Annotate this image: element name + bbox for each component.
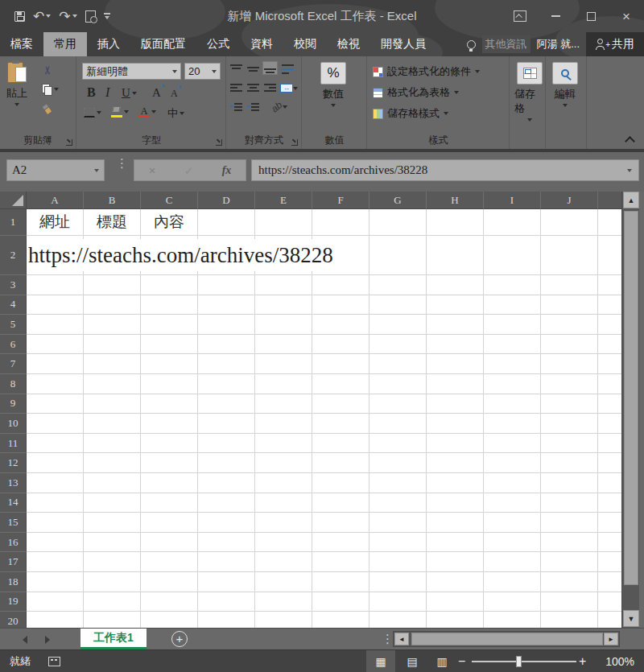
clipboard-dialog-launcher[interactable] (66, 139, 72, 146)
row-header-5[interactable]: 5 (0, 315, 27, 335)
cell-J10[interactable] (541, 414, 598, 434)
cell-H17[interactable] (427, 552, 484, 572)
cell-J1[interactable] (541, 209, 598, 236)
cell-C18[interactable] (141, 572, 198, 592)
cell-K20[interactable] (598, 612, 621, 628)
cell-F9[interactable] (312, 394, 369, 414)
cell-D4[interactable] (198, 295, 255, 315)
cell-I2[interactable] (484, 236, 541, 275)
cell-H10[interactable] (427, 414, 484, 434)
cell-F10[interactable] (312, 414, 369, 434)
format-painter-button[interactable] (43, 105, 52, 115)
cell-K11[interactable] (598, 434, 621, 454)
cell-C16[interactable] (141, 533, 198, 553)
cell-C12[interactable] (141, 453, 198, 473)
cell-D5[interactable] (198, 315, 255, 335)
row-header-2[interactable]: 2 (0, 236, 27, 275)
cell-A4[interactable] (27, 295, 84, 315)
cell-E1[interactable] (255, 209, 312, 236)
horizontal-scrollbar[interactable]: ◄ ► (393, 631, 620, 647)
number-format-button[interactable]: % 數值 (320, 62, 346, 107)
chevron-down-icon[interactable] (475, 70, 480, 73)
cell-A13[interactable] (27, 473, 84, 493)
underline-dropdown-icon[interactable] (132, 92, 137, 95)
cell-H18[interactable] (427, 572, 484, 592)
editing-dropdown-icon[interactable] (563, 104, 568, 107)
cell-B10[interactable] (84, 414, 141, 434)
cell-J5[interactable] (541, 315, 598, 335)
cell-A16[interactable] (27, 533, 84, 553)
horizontal-scroll-thumb[interactable] (411, 633, 603, 645)
cell-D16[interactable] (198, 533, 255, 553)
cell-H1[interactable] (427, 209, 484, 236)
redo-dropdown-icon[interactable] (72, 14, 77, 18)
cell-H13[interactable] (427, 473, 484, 493)
cell-I1[interactable] (484, 209, 541, 236)
cell-G11[interactable] (369, 434, 427, 454)
cell-F3[interactable] (312, 275, 369, 295)
merge-dropdown-icon[interactable] (293, 87, 298, 90)
cell-F1[interactable] (312, 209, 369, 236)
column-header-K[interactable]: K (598, 192, 621, 209)
phonetic-guide-button[interactable]: 中 (167, 106, 184, 121)
cell-I3[interactable] (484, 275, 541, 295)
row-header-18[interactable]: 18 (0, 572, 27, 592)
cell-H12[interactable] (427, 453, 484, 473)
cell-C9[interactable] (141, 394, 198, 414)
zoom-slider-handle[interactable] (516, 656, 522, 667)
cell-A11[interactable] (27, 434, 84, 454)
cell-G6[interactable] (369, 335, 427, 355)
row-header-20[interactable]: 20 (0, 612, 27, 628)
chevron-down-icon[interactable] (454, 91, 459, 94)
column-header-A[interactable]: A (27, 192, 84, 209)
scroll-down-button[interactable]: ▼ (623, 610, 639, 627)
row-header-19[interactable]: 19 (0, 592, 27, 612)
cell-K18[interactable] (598, 572, 621, 592)
cell-styles-button[interactable]: 儲存格樣式 (373, 106, 448, 121)
ribbon-display-options-button[interactable] (502, 0, 538, 32)
cell-H4[interactable] (427, 295, 484, 315)
cell-E14[interactable] (255, 493, 312, 513)
cell-E6[interactable] (255, 335, 312, 355)
cell-B7[interactable] (84, 354, 141, 374)
cell-A9[interactable] (27, 394, 84, 414)
cell-C1[interactable]: 內容 (141, 209, 198, 236)
cell-G8[interactable] (369, 374, 427, 394)
tab-插入[interactable]: 插入 (87, 32, 130, 56)
undo-button[interactable]: ↶ (33, 10, 51, 23)
cell-I12[interactable] (484, 453, 541, 473)
cell-C17[interactable] (141, 552, 198, 572)
cell-F7[interactable] (312, 354, 369, 374)
orientation-button[interactable]: ab (267, 100, 291, 113)
formula-input[interactable]: https://steachs.com/archives/38228 (251, 159, 639, 181)
zoom-level[interactable]: 100% (605, 650, 634, 672)
cell-E8[interactable] (255, 374, 312, 394)
cell-K7[interactable] (598, 354, 621, 374)
cell-D10[interactable] (198, 414, 255, 434)
scroll-left-button[interactable]: ◄ (394, 633, 409, 645)
cell-E4[interactable] (255, 295, 312, 315)
cell-J17[interactable] (541, 552, 598, 572)
row-header-3[interactable]: 3 (0, 275, 27, 295)
conditional-formatting-button[interactable]: 設定格式化的條件 (373, 64, 480, 79)
cell-J19[interactable] (541, 592, 598, 612)
cell-F11[interactable] (312, 434, 369, 454)
tab-檔案[interactable]: 檔案 (0, 32, 43, 56)
minimize-button[interactable] (538, 0, 573, 32)
cell-G3[interactable] (369, 275, 427, 295)
cell-F14[interactable] (312, 493, 369, 513)
column-header-B[interactable]: B (84, 192, 141, 209)
cells-dropdown-icon[interactable] (527, 118, 532, 122)
scroll-right-button[interactable]: ► (604, 633, 618, 645)
cell-E19[interactable] (255, 592, 312, 612)
new-sheet-button[interactable]: + (171, 631, 188, 647)
cell-F13[interactable] (312, 473, 369, 493)
cell-J13[interactable] (541, 473, 598, 493)
cell-F18[interactable] (312, 572, 369, 592)
cell-G1[interactable] (369, 209, 427, 236)
row-header-4[interactable]: 4 (0, 295, 27, 315)
cell-D18[interactable] (198, 572, 255, 592)
borders-dropdown-icon[interactable] (97, 111, 101, 114)
editing-button[interactable]: 編輯 (552, 62, 578, 107)
cell-C10[interactable] (141, 414, 198, 434)
